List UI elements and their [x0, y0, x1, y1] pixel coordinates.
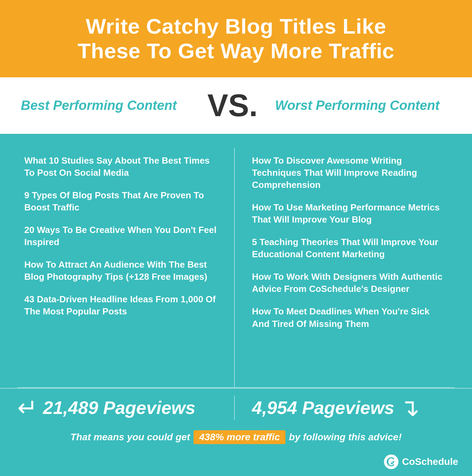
coschedule-icon	[384, 455, 398, 469]
list-item: How To Discover Awesome Writing Techniqu…	[252, 155, 448, 191]
right-item-3: 5 Teaching Theories That Will Improve Yo…	[252, 236, 448, 260]
tagline-section: That means you could get 438% more traff…	[0, 427, 472, 451]
list-item: 43 Data-Driven Headline Ideas From 1,000…	[24, 293, 220, 318]
arrow-right-icon: ↴	[400, 396, 420, 420]
left-item-5: 43 Data-Driven Headline Ideas From 1,000…	[24, 293, 220, 318]
right-item-1: How To Discover Awesome Writing Techniqu…	[252, 155, 448, 191]
left-pageviews: 21,489 Pageviews	[43, 397, 195, 418]
left-item-3: 20 Ways To Be Creative When You Don't Fe…	[24, 224, 220, 248]
columns-wrapper: What 10 Studies Say About The Best Times…	[0, 144, 472, 387]
title-line2: These To Get Way More Traffic	[78, 39, 395, 63]
brand-logo: CoSchedule	[384, 455, 458, 469]
arrow-left-icon: ↵	[17, 396, 38, 420]
worst-performing-label: Worst Performing Content	[268, 98, 451, 113]
tagline-highlight: 438% more traffic	[194, 430, 285, 444]
list-item: How To Work With Designers With Authenti…	[252, 271, 448, 295]
list-item: What 10 Studies Say About The Best Times…	[24, 155, 220, 179]
list-item: 5 Teaching Theories That Will Improve Yo…	[252, 236, 448, 260]
list-item: 9 Types Of Blog Posts That Are Proven To…	[24, 189, 220, 214]
title-line1: Write Catchy Blog Titles Like	[86, 14, 386, 38]
right-item-2: How To Use Marketing Performance Metrics…	[252, 201, 448, 226]
vs-text: VS.	[197, 88, 268, 123]
main-title: Write Catchy Blog Titles Like These To G…	[21, 14, 451, 63]
best-performing-label: Best Performing Content	[21, 98, 197, 113]
tagline-suffix: by following this advice!	[289, 432, 402, 443]
pageviews-left: ↵ 21,489 Pageviews	[17, 396, 235, 420]
vs-section: Best Performing Content VS. Worst Perfor…	[0, 77, 472, 134]
left-item-1: What 10 Studies Say About The Best Times…	[24, 155, 220, 179]
list-item: How To Attract An Audience With The Best…	[24, 259, 220, 283]
branding-section: CoSchedule	[0, 451, 472, 476]
tagline-prefix: That means you could get	[70, 432, 190, 443]
list-item: How To Meet Deadlines When You're Sick A…	[252, 305, 448, 330]
pageviews-section: ↵ 21,489 Pageviews 4,954 Pageviews ↴	[0, 388, 472, 427]
page-wrapper: Write Catchy Blog Titles Like These To G…	[0, 0, 472, 476]
list-item: How To Use Marketing Performance Metrics…	[252, 201, 448, 226]
right-item-5: How To Meet Deadlines When You're Sick A…	[252, 305, 448, 330]
left-column: What 10 Studies Say About The Best Times…	[17, 148, 235, 387]
right-column: How To Discover Awesome Writing Techniqu…	[235, 148, 455, 387]
brand-name-text: CoSchedule	[402, 456, 458, 467]
left-item-2: 9 Types Of Blog Posts That Are Proven To…	[24, 189, 220, 214]
header-section: Write Catchy Blog Titles Like These To G…	[0, 0, 472, 77]
list-item: 20 Ways To Be Creative When You Don't Fe…	[24, 224, 220, 248]
content-section: What 10 Studies Say About The Best Times…	[0, 134, 472, 476]
pageviews-right: 4,954 Pageviews ↴	[235, 396, 455, 420]
left-item-4: How To Attract An Audience With The Best…	[24, 259, 220, 283]
right-pageviews: 4,954 Pageviews	[252, 397, 395, 418]
right-item-4: How To Work With Designers With Authenti…	[252, 271, 448, 295]
